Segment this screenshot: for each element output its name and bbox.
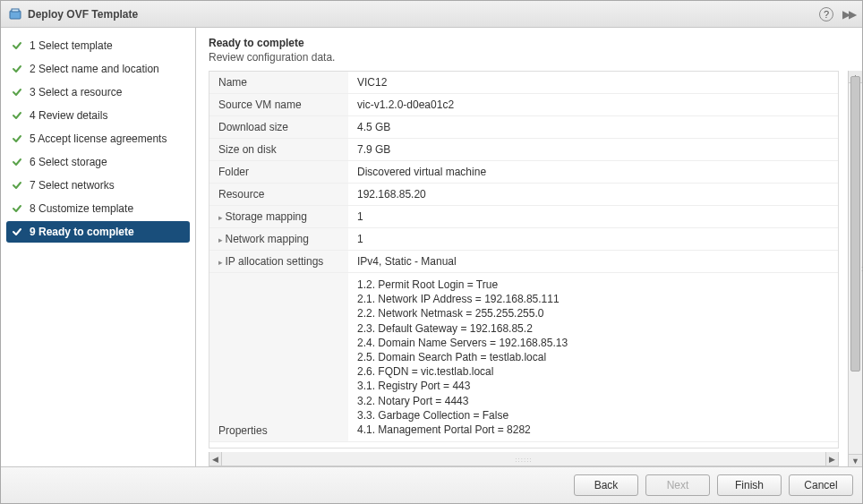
property-line: 2.5. Domain Search Path = testlab.local [357, 350, 829, 364]
help-icon[interactable]: ? [819, 7, 833, 21]
ovf-icon [8, 7, 22, 21]
summary-row[interactable]: Network mapping1 [209, 228, 838, 251]
summary-key: Source VM name [209, 94, 348, 116]
summary-value: 1 [348, 228, 838, 251]
main-panel: Ready to complete Review configuration d… [196, 28, 862, 466]
deploy-ovf-dialog: Deploy OVF Template ? ▶▶ 1 Select templa… [0, 0, 863, 504]
step-label: 4 Review details [30, 109, 107, 122]
property-line: 2.1. Network IP Address = 192.168.85.111 [357, 292, 829, 306]
property-line: 1.2. Permit Root Login = True [357, 278, 829, 292]
summary-row: NameVIC12 [209, 72, 838, 94]
scroll-left-icon[interactable]: ◀ [209, 452, 222, 466]
wizard-steps: 1 Select template2 Select name and locat… [1, 28, 196, 466]
summary-key: Size on disk [209, 139, 348, 161]
summary-value: VIC12 [348, 72, 838, 94]
summary-value: vic-v1.2.0-d0ea01c2 [348, 94, 838, 116]
back-button[interactable]: Back [574, 474, 638, 496]
wizard-step-3[interactable]: 3 Select a resource [6, 81, 190, 103]
summary-table: NameVIC12Source VM namevic-v1.2.0-d0ea01… [209, 72, 838, 442]
summary-key: Properties [209, 273, 348, 442]
wizard-step-4[interactable]: 4 Review details [6, 105, 190, 126]
finish-button[interactable]: Finish [717, 474, 782, 496]
wizard-step-5[interactable]: 5 Accept license agreements [6, 128, 190, 149]
summary-row: Download size4.5 GB [209, 116, 838, 139]
property-line: 3.2. Notary Port = 4443 [357, 394, 829, 408]
property-line: 3.3. Garbage Collection = False [357, 408, 829, 423]
dialog-body: 1 Select template2 Select name and locat… [1, 28, 862, 466]
vertical-scrollbar[interactable]: ▲ ▼ :: [848, 71, 862, 466]
wizard-step-7[interactable]: 7 Select networks [6, 175, 190, 196]
step-label: 7 Select networks [30, 179, 115, 192]
page-title: Ready to complete [209, 37, 850, 49]
summary-value: IPv4, Static - Manual [348, 251, 838, 273]
summary-value: Discovered virtual machine [348, 161, 838, 184]
summary-row: Size on disk7.9 GB [209, 139, 838, 161]
summary-value: 1 [348, 206, 838, 228]
expand-icon[interactable]: ▶▶ [842, 8, 855, 21]
check-icon [12, 87, 22, 98]
wizard-step-9: 9 Ready to complete [6, 221, 190, 243]
summary-value: 1.2. Permit Root Login = True2.1. Networ… [348, 273, 838, 442]
dialog-footer: Back Next Finish Cancel [1, 466, 862, 503]
summary-key: Folder [209, 161, 348, 184]
summary-key: IP allocation settings [209, 251, 348, 273]
summary-key: Storage mapping [209, 206, 348, 228]
property-line: 4.1. Management Portal Port = 8282 [357, 423, 829, 437]
summary-row[interactable]: IP allocation settingsIPv4, Static - Man… [209, 251, 838, 273]
check-icon [12, 226, 22, 237]
next-button: Next [645, 474, 710, 496]
summary-key: Resource [209, 184, 348, 206]
check-icon [12, 203, 22, 214]
wizard-step-2[interactable]: 2 Select name and location [6, 58, 190, 80]
summary-row: Resource192.168.85.20 [209, 184, 838, 206]
property-line: 2.2. Network Netmask = 255.255.255.0 [357, 306, 829, 320]
summary-row: FolderDiscovered virtual machine [209, 161, 838, 184]
summary-key: Name [209, 72, 348, 94]
wizard-step-8[interactable]: 8 Customize template [6, 198, 190, 219]
horizontal-scrollbar[interactable]: ◀ :::::: ▶ [209, 452, 839, 466]
wizard-step-1[interactable]: 1 Select template [6, 35, 190, 56]
step-label: 1 Select template [30, 39, 113, 52]
summary-row[interactable]: Storage mapping1 [209, 206, 838, 228]
property-line: 2.4. Domain Name Servers = 192.168.85.13 [357, 336, 829, 350]
step-label: 8 Customize template [30, 202, 133, 215]
svg-rect-1 [12, 9, 19, 12]
check-icon [12, 40, 22, 51]
check-icon [12, 133, 22, 144]
page-subtitle: Review configuration data. [209, 51, 850, 64]
check-icon [12, 64, 22, 74]
dialog-title: Deploy OVF Template [28, 8, 814, 21]
scroll-thumb[interactable] [850, 76, 860, 372]
titlebar: Deploy OVF Template ? ▶▶ [1, 1, 862, 28]
wizard-step-6[interactable]: 6 Select storage [6, 151, 190, 173]
cancel-button[interactable]: Cancel [789, 474, 853, 496]
step-label: 9 Ready to complete [30, 226, 134, 238]
step-label: 2 Select name and location [30, 63, 159, 75]
summary-key: Network mapping [209, 228, 348, 251]
summary-row: Source VM namevic-v1.2.0-d0ea01c2 [209, 94, 838, 116]
property-line: 2.3. Default Gateway = 192.168.85.2 [357, 321, 829, 336]
property-line: 2.6. FQDN = vic.testlab.local [357, 364, 829, 379]
summary-value: 7.9 GB [348, 139, 838, 161]
summary-table-scroll[interactable]: NameVIC12Source VM namevic-v1.2.0-d0ea01… [209, 71, 839, 448]
summary-key: Download size [209, 116, 348, 139]
scroll-down-icon[interactable]: ▼ [849, 454, 862, 466]
property-line: 3.1. Registry Port = 443 [357, 379, 829, 393]
summary-value: 192.168.85.20 [348, 184, 838, 206]
step-label: 6 Select storage [30, 156, 107, 168]
step-label: 5 Accept license agreements [30, 132, 167, 145]
check-icon [12, 157, 22, 167]
check-icon [12, 180, 22, 191]
check-icon [12, 110, 22, 121]
summary-row-properties: Properties1.2. Permit Root Login = True2… [209, 273, 838, 442]
step-label: 3 Select a resource [30, 86, 122, 98]
summary-value: 4.5 GB [348, 116, 838, 139]
scroll-right-icon[interactable]: ▶ [825, 452, 838, 466]
